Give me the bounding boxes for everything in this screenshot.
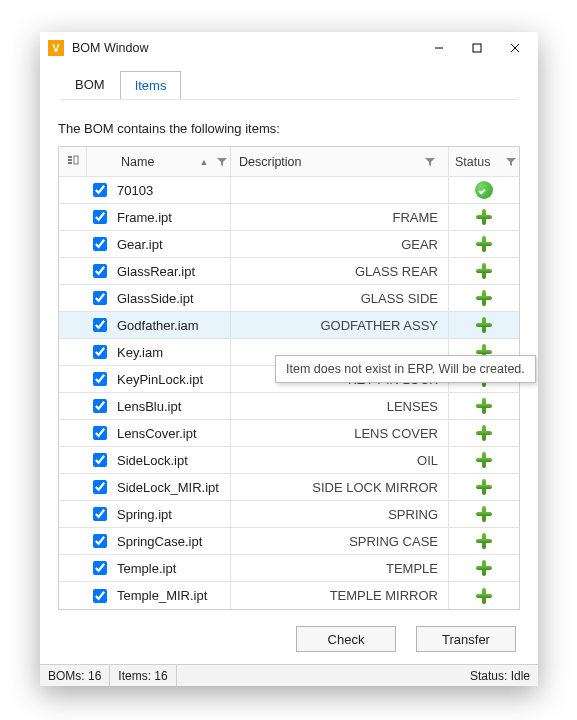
row-leading-spacer: [59, 501, 87, 527]
row-checkbox[interactable]: [93, 264, 107, 278]
status-items: Items: 16: [110, 665, 176, 686]
status-create-icon: [475, 505, 493, 523]
table-row[interactable]: 70103: [59, 177, 519, 204]
row-checkbox-cell: [87, 528, 113, 554]
row-name: 70103: [113, 177, 231, 203]
transfer-button[interactable]: Transfer: [416, 626, 516, 652]
table-row[interactable]: LensCover.iptLENS COVER: [59, 420, 519, 447]
filter-icon[interactable]: [214, 154, 230, 170]
row-checkbox[interactable]: [93, 480, 107, 494]
header-description[interactable]: Description: [231, 147, 449, 176]
row-description: [231, 177, 449, 203]
svg-marker-10: [506, 158, 516, 166]
row-description: TEMPLE: [231, 555, 449, 581]
row-status: [449, 285, 519, 311]
table-row[interactable]: SideLock_MIR.iptSIDE LOCK MIRROR: [59, 474, 519, 501]
status-state: Status: Idle: [462, 665, 538, 686]
row-name: Frame.ipt: [113, 204, 231, 230]
close-button[interactable]: [496, 34, 534, 62]
row-status: [449, 474, 519, 500]
row-name: Temple.ipt: [113, 555, 231, 581]
row-checkbox[interactable]: [93, 372, 107, 386]
row-status: [449, 420, 519, 446]
svg-rect-1: [473, 44, 481, 52]
table-row[interactable]: Temple.iptTEMPLE: [59, 555, 519, 582]
row-status: [449, 393, 519, 419]
row-description: TEMPLE MIRROR: [231, 582, 449, 609]
table-row[interactable]: SideLock.iptOIL: [59, 447, 519, 474]
header-name[interactable]: Name ▲: [113, 147, 231, 176]
table-header: Name ▲ Description Status: [59, 147, 519, 177]
row-checkbox[interactable]: [93, 561, 107, 575]
row-leading-spacer: [59, 474, 87, 500]
table-row[interactable]: Spring.iptSPRING: [59, 501, 519, 528]
row-name: Gear.ipt: [113, 231, 231, 257]
row-checkbox[interactable]: [93, 399, 107, 413]
maximize-button[interactable]: [458, 34, 496, 62]
table-row[interactable]: Gear.iptGEAR: [59, 231, 519, 258]
status-tooltip: Item does not exist in ERP. Will be crea…: [275, 355, 536, 383]
row-name: GlassRear.ipt: [113, 258, 231, 284]
table-row[interactable]: SpringCase.iptSPRING CASE: [59, 528, 519, 555]
row-name: LensBlu.ipt: [113, 393, 231, 419]
table-row[interactable]: GlassRear.iptGLASS REAR: [59, 258, 519, 285]
check-button[interactable]: Check: [296, 626, 396, 652]
tab-strip: BOM Items: [40, 64, 538, 100]
row-checkbox[interactable]: [93, 183, 107, 197]
svg-rect-4: [68, 156, 72, 158]
header-name-label: Name: [121, 155, 196, 169]
row-name: LensCover.ipt: [113, 420, 231, 446]
tab-items[interactable]: Items: [120, 71, 182, 100]
row-leading-spacer: [59, 339, 87, 365]
row-description: SPRING: [231, 501, 449, 527]
filter-icon[interactable]: [503, 154, 519, 170]
row-checkbox[interactable]: [93, 237, 107, 251]
header-status-label: Status: [455, 155, 499, 169]
row-checkbox-cell: [87, 177, 113, 203]
status-create-icon: [475, 451, 493, 469]
row-checkbox[interactable]: [93, 210, 107, 224]
row-checkbox[interactable]: [93, 291, 107, 305]
table-row[interactable]: Temple_MIR.iptTEMPLE MIRROR: [59, 582, 519, 609]
status-create-icon: [475, 208, 493, 226]
row-description: LENS COVER: [231, 420, 449, 446]
row-checkbox[interactable]: [93, 426, 107, 440]
svg-rect-5: [68, 159, 72, 161]
intro-text: The BOM contains the following items:: [58, 121, 520, 136]
row-name: Godfather.iam: [113, 312, 231, 338]
status-create-icon: [475, 262, 493, 280]
table-row[interactable]: Godfather.iamGODFATHER ASSY: [59, 312, 519, 339]
table-row[interactable]: LensBlu.iptLENSES: [59, 393, 519, 420]
row-name: GlassSide.ipt: [113, 285, 231, 311]
column-options-button[interactable]: [59, 147, 87, 176]
row-checkbox[interactable]: [93, 345, 107, 359]
table-row[interactable]: Frame.iptFRAME: [59, 204, 519, 231]
row-checkbox[interactable]: [93, 507, 107, 521]
row-checkbox[interactable]: [93, 453, 107, 467]
row-checkbox-cell: [87, 447, 113, 473]
row-status: [449, 501, 519, 527]
minimize-button[interactable]: [420, 34, 458, 62]
status-create-icon: [475, 316, 493, 334]
row-checkbox-cell: [87, 393, 113, 419]
svg-marker-9: [425, 158, 435, 166]
header-status[interactable]: Status: [449, 147, 519, 176]
tab-bom[interactable]: BOM: [60, 70, 120, 99]
status-create-icon: [475, 478, 493, 496]
row-checkbox[interactable]: [93, 589, 107, 603]
status-create-icon: [475, 587, 493, 605]
row-status: [449, 177, 519, 203]
status-create-icon: [475, 289, 493, 307]
row-status: [449, 204, 519, 230]
row-checkbox[interactable]: [93, 534, 107, 548]
row-status: [449, 555, 519, 581]
filter-icon[interactable]: [422, 154, 438, 170]
table-row[interactable]: GlassSide.iptGLASS SIDE: [59, 285, 519, 312]
svg-rect-7: [74, 156, 78, 164]
svg-marker-8: [217, 158, 227, 166]
app-icon: [48, 40, 64, 56]
row-status: [449, 231, 519, 257]
row-name: KeyPinLock.ipt: [113, 366, 231, 392]
row-checkbox[interactable]: [93, 318, 107, 332]
columns-icon: [67, 154, 79, 169]
